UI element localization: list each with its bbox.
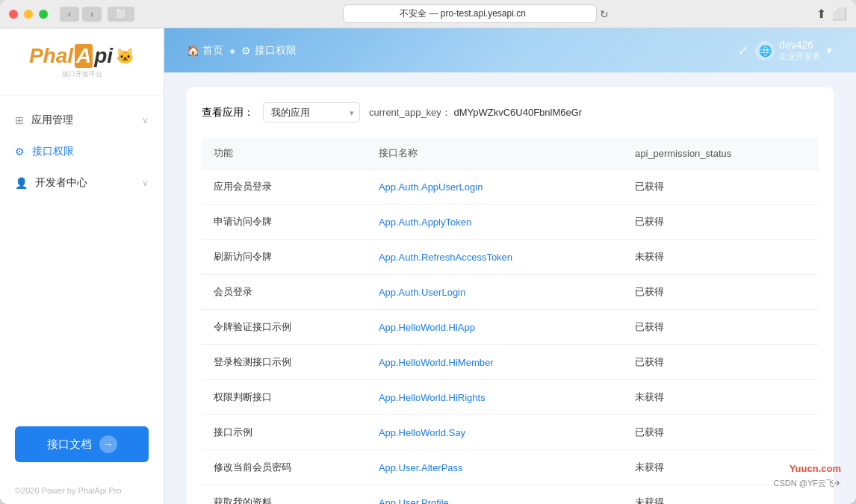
- app-key-label: current_app_key：: [369, 107, 451, 118]
- cell-api-name-8[interactable]: App.User.AlterPass: [367, 450, 623, 485]
- user-name: dev426: [779, 39, 820, 51]
- minimize-button[interactable]: [24, 10, 33, 19]
- api-link-3[interactable]: App.Auth.UserLogin: [379, 287, 465, 298]
- logo: Phal A pi 🐱 接口开发平台: [34, 41, 131, 82]
- table-body: 应用会员登录 App.Auth.AppUserLogin 已获得 申请访问令牌 …: [202, 169, 819, 505]
- browser-nav: ‹ ›: [60, 7, 102, 22]
- cell-func-0: 应用会员登录: [202, 169, 367, 205]
- view-button-area: ⬜: [108, 7, 134, 22]
- user-details: dev426 企业开发者: [779, 39, 820, 62]
- cell-func-8: 修改当前会员密码: [202, 450, 367, 485]
- cell-status-0: 已获得: [623, 169, 819, 205]
- cell-status-2: 未获得: [623, 240, 819, 275]
- api-link-1[interactable]: App.Auth.ApplyToken: [379, 217, 471, 228]
- sidebar-item-app-mgmt-label: 应用管理: [31, 113, 73, 127]
- maximize-button[interactable]: [39, 10, 48, 19]
- view-button[interactable]: ⬜: [108, 7, 134, 22]
- address-bar: 不安全 — pro-test.api.yesapi.cn ↻: [140, 4, 810, 23]
- api-link-2[interactable]: App.Auth.RefreshAccessToken: [379, 252, 512, 263]
- fullscreen-button[interactable]: ⤢: [738, 43, 748, 57]
- table-row: 修改当前会员密码 App.User.AlterPass 未获得: [202, 450, 819, 485]
- share-button[interactable]: ⬆: [816, 7, 826, 21]
- logo-subtitle: 接口开发平台: [29, 69, 134, 79]
- main-content: 🏠 首页 ● ⚙ 接口权限 ⤢ 🌐 dev426 企业: [164, 28, 856, 504]
- breadcrumb: 🏠 首页 ● ⚙ 接口权限: [187, 44, 297, 57]
- cell-api-name-4[interactable]: App.HelloWorld.HiApp: [367, 310, 623, 345]
- close-button[interactable]: [9, 10, 18, 19]
- cell-api-name-0[interactable]: App.Auth.AppUserLogin: [367, 169, 623, 205]
- cell-status-8: 未获得: [623, 450, 819, 485]
- cell-status-6: 未获得: [623, 380, 819, 415]
- breadcrumb-separator: ●: [229, 45, 235, 57]
- table-row: 令牌验证接口示例 App.HelloWorld.HiApp 已获得: [202, 310, 819, 345]
- sidebar-item-dev-center[interactable]: 👤 开发者中心 ∨: [0, 167, 164, 199]
- doc-button-area: 接口文档 →: [0, 411, 164, 477]
- filter-label: 查看应用：: [202, 106, 254, 119]
- cell-func-9: 获取我的资料: [202, 485, 367, 505]
- api-link-6[interactable]: App.HelloWorld.HiRights: [379, 392, 486, 403]
- cell-api-name-7[interactable]: App.HelloWorld.Say: [367, 415, 623, 450]
- cell-status-3: 已获得: [623, 275, 819, 310]
- new-tab-button[interactable]: ⬜: [832, 7, 847, 21]
- sidebar-nav: ⊞ 应用管理 ∨ ⚙ 接口权限 👤 开发者中心 ∨: [0, 96, 164, 411]
- reload-button[interactable]: ↻: [600, 8, 609, 20]
- breadcrumb-home-label: 首页: [202, 44, 223, 57]
- cell-api-name-2[interactable]: App.Auth.RefreshAccessToken: [367, 240, 623, 275]
- user-role: 企业开发者: [779, 51, 820, 62]
- chevron-down-icon-2: ∨: [142, 178, 149, 188]
- back-button[interactable]: ‹: [60, 7, 79, 22]
- cell-api-name-1[interactable]: App.Auth.ApplyToken: [367, 205, 623, 240]
- cell-func-4: 令牌验证接口示例: [202, 310, 367, 345]
- cell-api-name-5[interactable]: App.HelloWorld.HiMember: [367, 345, 623, 380]
- doc-button[interactable]: 接口文档 →: [15, 426, 149, 462]
- avatar: 🌐: [755, 41, 775, 60]
- cell-api-name-6[interactable]: App.HelloWorld.HiRights: [367, 380, 623, 415]
- browser-window: ‹ › ⬜ 不安全 — pro-test.api.yesapi.cn ↻ ⬆ ⬜…: [0, 0, 856, 504]
- cell-status-5: 已获得: [623, 345, 819, 380]
- app-select[interactable]: 我的应用 全部应用: [263, 102, 360, 122]
- sidebar-item-api-perm[interactable]: ⚙ 接口权限: [0, 136, 164, 167]
- content-panel: 查看应用： 我的应用 全部应用 ▾ current_app_key： dMYpW…: [187, 87, 834, 504]
- cell-api-name-3[interactable]: App.Auth.UserLogin: [367, 275, 623, 310]
- cell-func-1: 申请访问令牌: [202, 205, 367, 240]
- cell-api-name-9[interactable]: App.User.Profile: [367, 485, 623, 505]
- app-select-wrapper: 我的应用 全部应用 ▾: [263, 102, 360, 122]
- app-layout: Phal A pi 🐱 接口开发平台 ⊞ 应用管理 ∨: [0, 28, 856, 504]
- api-link-4[interactable]: App.HelloWorld.HiApp: [379, 322, 475, 333]
- cell-func-3: 会员登录: [202, 275, 367, 310]
- breadcrumb-current-label: 接口权限: [255, 44, 297, 57]
- permissions-table: 功能 接口名称 api_permission_status 应用会员登录 App…: [202, 137, 819, 504]
- sidebar-item-api-perm-label: 接口权限: [32, 145, 74, 158]
- cell-func-2: 刷新访问令牌: [202, 240, 367, 275]
- table-row: 接口示例 App.HelloWorld.Say 已获得: [202, 415, 819, 450]
- cell-func-7: 接口示例: [202, 415, 367, 450]
- api-link-9[interactable]: App.User.Profile: [379, 497, 449, 505]
- grid-icon: ⊞: [15, 114, 24, 126]
- doc-button-label: 接口文档: [47, 438, 92, 452]
- cell-func-6: 权限判断接口: [202, 380, 367, 415]
- table-row: 登录检测接口示例 App.HelloWorld.HiMember 已获得: [202, 345, 819, 380]
- sidebar-footer: ©2020 Power by PhalApi Pro: [0, 477, 164, 504]
- table-row: 获取我的资料 App.User.Profile 未获得: [202, 485, 819, 505]
- sidebar-item-dev-center-label: 开发者中心: [35, 176, 87, 190]
- cell-status-9: 未获得: [623, 485, 819, 505]
- table-row: 权限判断接口 App.HelloWorld.HiRights 未获得: [202, 380, 819, 415]
- cell-func-5: 登录检测接口示例: [202, 345, 367, 380]
- table-row: 会员登录 App.Auth.UserLogin 已获得: [202, 275, 819, 310]
- api-link-0[interactable]: App.Auth.AppUserLogin: [379, 181, 483, 193]
- main-header: 🏠 首页 ● ⚙ 接口权限 ⤢ 🌐 dev426 企业: [164, 28, 856, 72]
- table-row: 刷新访问令牌 App.Auth.RefreshAccessToken 未获得: [202, 240, 819, 275]
- user-info: 🌐 dev426 企业开发者 ▼: [755, 39, 834, 62]
- gear-icon: ⚙: [15, 146, 25, 158]
- header-right: ⤢ 🌐 dev426 企业开发者 ▼: [738, 39, 834, 62]
- person-icon: 👤: [15, 177, 28, 189]
- api-link-8[interactable]: App.User.AlterPass: [379, 462, 463, 473]
- url-input[interactable]: 不安全 — pro-test.api.yesapi.cn: [343, 4, 597, 23]
- breadcrumb-home[interactable]: 🏠 首页: [187, 44, 223, 57]
- breadcrumb-icon: ⚙: [241, 45, 251, 57]
- api-link-5[interactable]: App.HelloWorld.HiMember: [379, 357, 494, 368]
- sidebar-item-app-mgmt[interactable]: ⊞ 应用管理 ∨: [0, 105, 164, 136]
- user-dropdown-button[interactable]: ▼: [825, 46, 834, 56]
- forward-button[interactable]: ›: [82, 7, 102, 22]
- api-link-7[interactable]: App.HelloWorld.Say: [379, 427, 465, 438]
